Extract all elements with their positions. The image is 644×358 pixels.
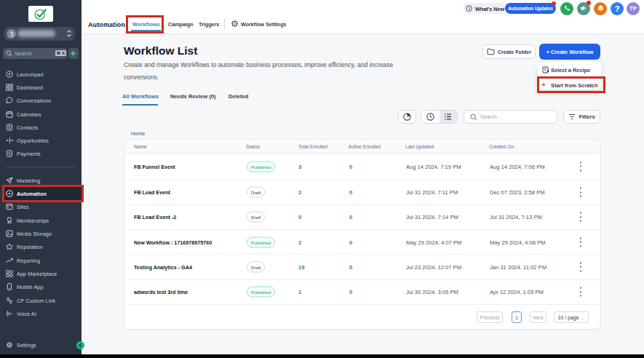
svg-text:$: $ (8, 151, 10, 156)
